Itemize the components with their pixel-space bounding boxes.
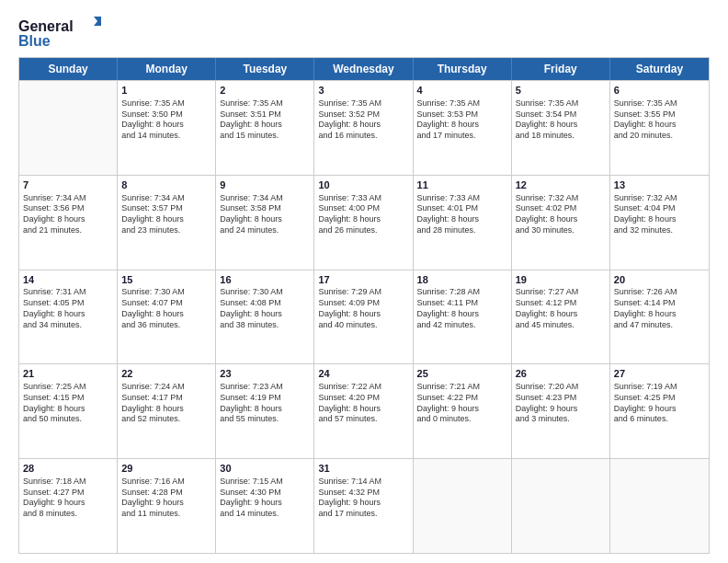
day-number: 10 (318, 178, 408, 192)
svg-text:General: General (18, 18, 74, 34)
day-number: 8 (121, 178, 211, 192)
cell-info: Sunrise: 7:15 AMSunset: 4:30 PMDaylight:… (220, 477, 310, 520)
calendar-body: 1Sunrise: 7:35 AMSunset: 3:50 PMDaylight… (19, 80, 709, 553)
day-number: 19 (516, 273, 606, 287)
calendar-cell: 17Sunrise: 7:29 AMSunset: 4:09 PMDayligh… (314, 270, 413, 364)
calendar-cell: 15Sunrise: 7:30 AMSunset: 4:07 PMDayligh… (118, 270, 216, 364)
header-day-friday: Friday (512, 58, 610, 80)
cell-info: Sunrise: 7:18 AMSunset: 4:27 PMDaylight:… (23, 477, 113, 520)
cell-info: Sunrise: 7:16 AMSunset: 4:28 PMDaylight:… (121, 477, 211, 520)
logo-svg: General Blue (18, 15, 101, 52)
cell-info: Sunrise: 7:32 AMSunset: 4:04 PMDaylight:… (614, 193, 705, 236)
calendar-cell: 27Sunrise: 7:19 AMSunset: 4:25 PMDayligh… (610, 364, 709, 458)
calendar-header: SundayMondayTuesdayWednesdayThursdayFrid… (19, 58, 709, 80)
day-number: 22 (121, 367, 211, 381)
cell-info: Sunrise: 7:14 AMSunset: 4:32 PMDaylight:… (318, 477, 408, 520)
calendar-cell: 4Sunrise: 7:35 AMSunset: 3:53 PMDaylight… (414, 81, 512, 175)
day-number: 27 (614, 367, 705, 381)
cell-info: Sunrise: 7:20 AMSunset: 4:23 PMDaylight:… (516, 382, 606, 425)
day-number: 6 (614, 84, 705, 98)
calendar-cell: 8Sunrise: 7:34 AMSunset: 3:57 PMDaylight… (118, 176, 216, 270)
day-number: 21 (23, 367, 113, 381)
cell-info: Sunrise: 7:35 AMSunset: 3:50 PMDaylight:… (121, 98, 211, 142)
day-number: 12 (516, 178, 606, 192)
cell-info: Sunrise: 7:33 AMSunset: 4:01 PMDaylight:… (417, 193, 507, 236)
calendar-cell: 7Sunrise: 7:34 AMSunset: 3:56 PMDaylight… (19, 176, 118, 270)
calendar-cell: 29Sunrise: 7:16 AMSunset: 4:28 PMDayligh… (118, 459, 216, 553)
cell-info: Sunrise: 7:35 AMSunset: 3:54 PMDaylight:… (516, 98, 606, 142)
header: General Blue (18, 15, 710, 52)
cell-info: Sunrise: 7:22 AMSunset: 4:20 PMDaylight:… (318, 382, 408, 425)
day-number: 3 (318, 84, 408, 98)
calendar-cell: 3Sunrise: 7:35 AMSunset: 3:52 PMDaylight… (314, 81, 413, 175)
header-day-tuesday: Tuesday (216, 58, 314, 80)
cell-info: Sunrise: 7:33 AMSunset: 4:00 PMDaylight:… (318, 193, 408, 236)
calendar-week-2: 7Sunrise: 7:34 AMSunset: 3:56 PMDaylight… (19, 175, 709, 270)
cell-info: Sunrise: 7:32 AMSunset: 4:02 PMDaylight:… (516, 193, 606, 236)
cell-info: Sunrise: 7:35 AMSunset: 3:52 PMDaylight:… (318, 98, 408, 142)
svg-marker-1 (94, 17, 101, 26)
day-number: 14 (23, 273, 113, 287)
calendar-cell: 18Sunrise: 7:28 AMSunset: 4:11 PMDayligh… (414, 270, 512, 364)
calendar-week-1: 1Sunrise: 7:35 AMSunset: 3:50 PMDaylight… (19, 80, 709, 175)
header-day-wednesday: Wednesday (314, 58, 413, 80)
day-number: 28 (23, 462, 113, 476)
calendar-cell: 20Sunrise: 7:26 AMSunset: 4:14 PMDayligh… (610, 270, 709, 364)
cell-info: Sunrise: 7:28 AMSunset: 4:11 PMDaylight:… (417, 287, 507, 330)
header-day-monday: Monday (118, 58, 216, 80)
calendar-cell: 24Sunrise: 7:22 AMSunset: 4:20 PMDayligh… (314, 364, 413, 458)
day-number: 7 (23, 178, 113, 192)
calendar-cell: 19Sunrise: 7:27 AMSunset: 4:12 PMDayligh… (512, 270, 610, 364)
calendar-week-4: 21Sunrise: 7:25 AMSunset: 4:15 PMDayligh… (19, 363, 709, 458)
day-number: 26 (516, 367, 606, 381)
calendar-cell: 1Sunrise: 7:35 AMSunset: 3:50 PMDaylight… (118, 81, 216, 175)
calendar-cell: 31Sunrise: 7:14 AMSunset: 4:32 PMDayligh… (314, 459, 413, 553)
calendar-cell: 26Sunrise: 7:20 AMSunset: 4:23 PMDayligh… (512, 364, 610, 458)
svg-text:Blue: Blue (18, 33, 51, 49)
calendar-cell: 12Sunrise: 7:32 AMSunset: 4:02 PMDayligh… (512, 176, 610, 270)
cell-info: Sunrise: 7:35 AMSunset: 3:53 PMDaylight:… (417, 98, 507, 142)
cell-info: Sunrise: 7:30 AMSunset: 4:08 PMDaylight:… (220, 287, 310, 330)
day-number: 16 (220, 273, 310, 287)
cell-info: Sunrise: 7:31 AMSunset: 4:05 PMDaylight:… (23, 287, 113, 330)
day-number: 30 (220, 462, 310, 476)
calendar-cell: 30Sunrise: 7:15 AMSunset: 4:30 PMDayligh… (216, 459, 314, 553)
cell-info: Sunrise: 7:21 AMSunset: 4:22 PMDaylight:… (417, 382, 507, 425)
header-day-thursday: Thursday (414, 58, 512, 80)
cell-info: Sunrise: 7:30 AMSunset: 4:07 PMDaylight:… (121, 287, 211, 330)
day-number: 31 (318, 462, 408, 476)
calendar-cell: 25Sunrise: 7:21 AMSunset: 4:22 PMDayligh… (414, 364, 512, 458)
cell-info: Sunrise: 7:29 AMSunset: 4:09 PMDaylight:… (318, 287, 408, 330)
calendar-week-3: 14Sunrise: 7:31 AMSunset: 4:05 PMDayligh… (19, 270, 709, 364)
day-number: 5 (516, 84, 606, 98)
calendar: SundayMondayTuesdayWednesdayThursdayFrid… (18, 57, 710, 554)
day-number: 20 (614, 273, 705, 287)
header-day-saturday: Saturday (610, 58, 709, 80)
day-number: 29 (121, 462, 211, 476)
calendar-cell (610, 459, 709, 553)
calendar-cell (19, 81, 118, 175)
calendar-cell: 10Sunrise: 7:33 AMSunset: 4:00 PMDayligh… (314, 176, 413, 270)
calendar-cell: 11Sunrise: 7:33 AMSunset: 4:01 PMDayligh… (414, 176, 512, 270)
cell-info: Sunrise: 7:34 AMSunset: 3:56 PMDaylight:… (23, 193, 113, 236)
cell-info: Sunrise: 7:23 AMSunset: 4:19 PMDaylight:… (220, 382, 310, 425)
calendar-cell: 6Sunrise: 7:35 AMSunset: 3:55 PMDaylight… (610, 81, 709, 175)
logo: General Blue (18, 15, 101, 52)
day-number: 4 (417, 84, 507, 98)
day-number: 24 (318, 367, 408, 381)
calendar-cell: 21Sunrise: 7:25 AMSunset: 4:15 PMDayligh… (19, 364, 118, 458)
header-day-sunday: Sunday (19, 58, 118, 80)
calendar-week-5: 28Sunrise: 7:18 AMSunset: 4:27 PMDayligh… (19, 458, 709, 553)
day-number: 15 (121, 273, 211, 287)
calendar-cell: 22Sunrise: 7:24 AMSunset: 4:17 PMDayligh… (118, 364, 216, 458)
cell-info: Sunrise: 7:35 AMSunset: 3:51 PMDaylight:… (220, 98, 310, 142)
calendar-cell: 2Sunrise: 7:35 AMSunset: 3:51 PMDaylight… (216, 81, 314, 175)
cell-info: Sunrise: 7:27 AMSunset: 4:12 PMDaylight:… (516, 287, 606, 330)
day-number: 11 (417, 178, 507, 192)
calendar-cell: 16Sunrise: 7:30 AMSunset: 4:08 PMDayligh… (216, 270, 314, 364)
calendar-cell: 13Sunrise: 7:32 AMSunset: 4:04 PMDayligh… (610, 176, 709, 270)
cell-info: Sunrise: 7:19 AMSunset: 4:25 PMDaylight:… (614, 382, 705, 425)
day-number: 18 (417, 273, 507, 287)
cell-info: Sunrise: 7:34 AMSunset: 3:58 PMDaylight:… (220, 193, 310, 236)
calendar-cell (414, 459, 512, 553)
